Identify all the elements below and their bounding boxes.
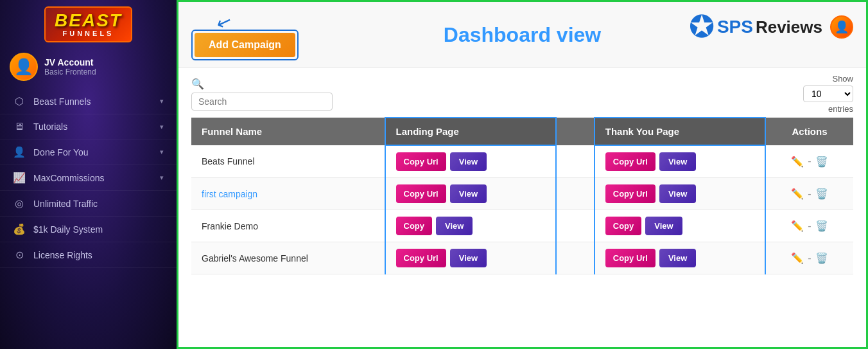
- sps-avatar: 👤: [830, 15, 853, 39]
- thankyou-view-button[interactable]: View: [659, 184, 696, 203]
- search-input[interactable]: [191, 93, 333, 111]
- thankyou-view-button[interactable]: View: [659, 152, 696, 171]
- sidebar-item-beast-funnels[interactable]: ⬡ Beast Funnels ▾: [0, 89, 177, 114]
- show-entries: Show 10 25 50 100 entries: [803, 74, 853, 114]
- col-actions: Actions: [765, 118, 853, 145]
- sps-logo: ✪ SPS Reviews 👤: [689, 12, 853, 42]
- thankyou-page-cell: Copy View: [595, 210, 765, 242]
- sidebar-item-label: Unlimited Traffic: [33, 199, 98, 209]
- user-name: JV Account: [44, 57, 96, 67]
- header-area: ↙ Add Campaign Dashboard view ✪ SPS Revi…: [178, 2, 866, 67]
- funnel-name-text: Gabriel's Awesome Funnel: [202, 253, 308, 264]
- search-area: 🔍: [191, 78, 333, 111]
- chevron-down-icon: ▾: [160, 148, 164, 156]
- beast-funnels-icon: ⬡: [13, 95, 26, 107]
- action-separator: -: [808, 188, 811, 200]
- thankyou-copy-url-button[interactable]: Copy: [605, 217, 642, 235]
- landing-view-button[interactable]: View: [450, 184, 487, 203]
- sps-text: SPS: [717, 17, 753, 37]
- landing-page-cell: Copy Url View: [385, 145, 556, 178]
- campaigns-table: Funnel Name Landing Page Thank You Page …: [191, 117, 853, 274]
- sidebar-item-license-rights[interactable]: ⊙ License Rights: [0, 242, 177, 268]
- sidebar: BEAST FUNNELS 👤 JV Account Basic Fronten…: [0, 0, 177, 349]
- thankyou-copy-url-button[interactable]: Copy Url: [605, 152, 655, 171]
- avatar: 👤: [10, 53, 38, 81]
- add-campaign-wrapper: ↙ Add Campaign: [191, 12, 299, 60]
- action-separator: -: [808, 220, 811, 232]
- thankyou-page-cell: Copy Url View: [595, 178, 765, 210]
- thankyou-page-cell: Copy Url View: [595, 242, 765, 274]
- table-wrapper: Funnel Name Landing Page Thank You Page …: [178, 117, 866, 347]
- action-separator: -: [808, 253, 811, 264]
- landing-view-button[interactable]: View: [436, 217, 473, 235]
- logo-funnels: FUNNELS: [55, 30, 122, 37]
- thankyou-copy-url-button[interactable]: Copy Url: [605, 249, 655, 267]
- controls-bar: 🔍 Show 10 25 50 100 entries: [178, 67, 866, 117]
- spacer-cell: [556, 242, 595, 274]
- sidebar-item-unlimited-traffic[interactable]: ◎ Unlimited Traffic: [0, 191, 177, 217]
- funnel-name-cell: first campaign: [191, 178, 385, 210]
- actions-cell: ✏️ - 🗑️: [765, 178, 853, 210]
- spacer-cell: [556, 145, 595, 178]
- edit-icon[interactable]: ✏️: [791, 188, 804, 200]
- landing-copy-url-button[interactable]: Copy Url: [396, 152, 446, 171]
- chevron-down-icon: ▾: [160, 123, 164, 131]
- landing-page-cell: Copy Url View: [385, 242, 556, 274]
- thankyou-view-button[interactable]: View: [645, 217, 682, 235]
- sidebar-item-label: Done For You: [33, 147, 89, 157]
- actions-cell: ✏️ - 🗑️: [765, 210, 853, 242]
- dashboard-title: Dashboard view: [444, 22, 601, 46]
- landing-copy-url-button[interactable]: Copy Url: [396, 184, 446, 203]
- search-icon: 🔍: [191, 78, 204, 90]
- landing-page-cell: Copy Url View: [385, 178, 556, 210]
- funnel-name-cell: Beats Funnel: [191, 145, 385, 178]
- license-rights-icon: ⊙: [13, 249, 26, 261]
- delete-icon[interactable]: 🗑️: [815, 252, 828, 264]
- sidebar-item-daily-system[interactable]: 💰 $1k Daily System: [0, 217, 177, 242]
- add-campaign-button[interactable]: Add Campaign: [195, 33, 295, 57]
- add-campaign-btn-wrap: Add Campaign: [191, 30, 299, 60]
- landing-view-button[interactable]: View: [450, 249, 487, 267]
- user-info: JV Account Basic Frontend: [44, 57, 96, 76]
- sidebar-item-maxcommissions[interactable]: 📈 MaxCommissions ▾: [0, 165, 177, 191]
- sidebar-item-label: Beast Funnels: [33, 96, 91, 107]
- tutorials-icon: 🖥: [13, 121, 26, 132]
- edit-icon[interactable]: ✏️: [791, 252, 804, 264]
- landing-copy-url-button[interactable]: Copy Url: [396, 249, 446, 267]
- action-separator: -: [808, 156, 811, 167]
- main-content: ↙ Add Campaign Dashboard view ✪ SPS Revi…: [177, 0, 868, 349]
- sidebar-item-label: Tutorials: [33, 121, 67, 132]
- daily-system-icon: 💰: [13, 223, 26, 235]
- done-for-you-icon: 👤: [13, 146, 26, 158]
- user-role: Basic Frontend: [44, 67, 96, 76]
- thankyou-view-button[interactable]: View: [659, 249, 696, 267]
- landing-copy-url-button[interactable]: Copy: [396, 217, 433, 235]
- funnel-name-text: Beats Funnel: [202, 156, 255, 166]
- spacer-cell: [556, 210, 595, 242]
- unlimited-traffic-icon: ◎: [13, 197, 26, 210]
- logo-beast: BEAST: [55, 12, 122, 30]
- edit-icon[interactable]: ✏️: [791, 220, 804, 232]
- landing-view-button[interactable]: View: [450, 152, 487, 171]
- sidebar-item-label: License Rights: [33, 250, 92, 260]
- col-funnel-name: Funnel Name: [191, 118, 385, 145]
- delete-icon[interactable]: 🗑️: [815, 156, 828, 168]
- delete-icon[interactable]: 🗑️: [815, 188, 828, 200]
- thankyou-page-cell: Copy Url View: [595, 145, 765, 178]
- sidebar-item-done-for-you[interactable]: 👤 Done For You ▾: [0, 139, 177, 165]
- spacer-cell: [556, 178, 595, 210]
- col-spacer: [556, 118, 595, 145]
- table-row: Frankie Demo Copy View Copy View ✏️ - 🗑️: [191, 210, 853, 242]
- thankyou-copy-url-button[interactable]: Copy Url: [605, 184, 655, 203]
- col-thank-you-page: Thank You Page: [595, 118, 765, 145]
- user-area: 👤 JV Account Basic Frontend: [0, 48, 177, 89]
- sidebar-item-tutorials[interactable]: 🖥 Tutorials ▾: [0, 114, 177, 139]
- logo-area: BEAST FUNNELS: [0, 0, 177, 48]
- sidebar-item-label: $1k Daily System: [33, 224, 103, 235]
- edit-icon[interactable]: ✏️: [791, 156, 804, 168]
- funnel-name-link[interactable]: first campaign: [202, 189, 257, 199]
- delete-icon[interactable]: 🗑️: [815, 220, 828, 232]
- funnel-name-cell: Frankie Demo: [191, 210, 385, 242]
- funnel-name-cell: Gabriel's Awesome Funnel: [191, 242, 385, 274]
- entries-select[interactable]: 10 25 50 100: [803, 85, 853, 102]
